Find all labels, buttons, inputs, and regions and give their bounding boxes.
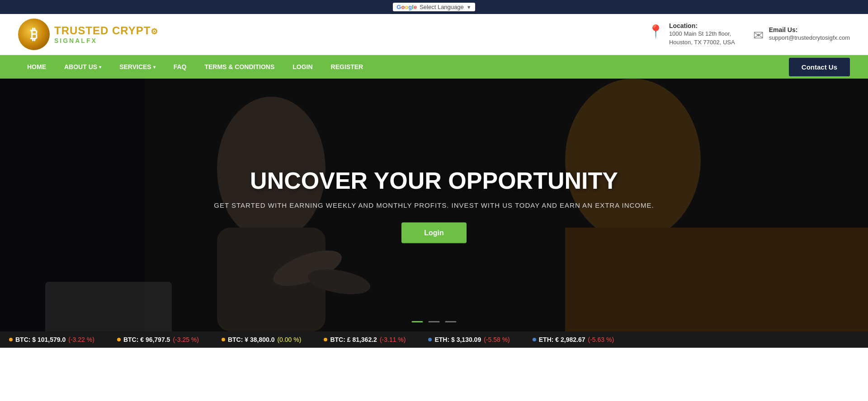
header-info: 📍 Location: 1000 Main St 12th floor, Hou…	[648, 22, 850, 47]
email-label: Email Us:	[769, 26, 850, 33]
chevron-down-icon: ▾	[153, 65, 156, 70]
ticker-eth-eur: ETH: € 2,982.67 (-5.63 %)	[533, 336, 614, 343]
chevron-down-icon: ▾	[99, 65, 101, 70]
ticker-bar: BTC: $ 101,579.0 (-3.22 %) BTC: € 96,797…	[0, 331, 868, 348]
ticker-btc-jpy: BTC: ¥ 38,800.0 (0.00 %)	[222, 336, 301, 343]
google-logo: Google	[396, 4, 417, 10]
nav-item-about[interactable]: ABOUT US ▾	[55, 55, 110, 79]
logo-area: ₿ TRUSTED CRYPT⚙ SIGNALFX	[18, 19, 158, 50]
location-text: Location: 1000 Main St 12th floor, Houst…	[669, 22, 735, 47]
hero-login-button[interactable]: Login	[401, 223, 467, 243]
hero-content: UNCOVER YOUR OPPORTUNITY GET STARTED WIT…	[87, 167, 781, 243]
ticker-btc-usd: BTC: $ 101,579.0 (-3.22 %)	[9, 336, 94, 343]
ticker-btc-eur: BTC: € 96,797.5 (-3.25 %)	[117, 336, 199, 343]
language-selector[interactable]: Google Select Language ▼	[393, 3, 475, 11]
hero-title: UNCOVER YOUR OPPORTUNITY	[87, 167, 781, 194]
logo-icon: ₿	[18, 19, 50, 50]
nav-item-services[interactable]: SERVICES ▾	[110, 55, 165, 79]
bitcoin-symbol: ₿	[30, 26, 38, 43]
logo-text: TRUSTED CRYPT⚙ SIGNALFX	[54, 24, 158, 44]
navbar: HOME ABOUT US ▾ SERVICES ▾ FAQ TERMS & C…	[0, 55, 868, 79]
carousel-dot-2[interactable]	[429, 321, 440, 322]
ticker-dot-eth-usd	[428, 338, 432, 341]
nav-item-terms[interactable]: TERMS & CONDITIONS	[195, 55, 283, 79]
carousel-dot-3[interactable]	[445, 321, 457, 322]
location-icon: 📍	[648, 24, 664, 39]
carousel-dot-1[interactable]	[412, 321, 423, 322]
ticker-dot-btc-jpy	[222, 338, 225, 341]
nav-item-register[interactable]: REGISTER	[322, 55, 373, 79]
header: ₿ TRUSTED CRYPT⚙ SIGNALFX 📍 Location: 10…	[0, 14, 868, 55]
email-address: support@trustedcrytosigfx.com	[769, 33, 850, 42]
logo-subtitle: SIGNALFX	[54, 37, 158, 44]
logo-title: TRUSTED CRYPT⚙	[54, 24, 158, 37]
hero-carousel-dots	[412, 321, 457, 322]
ticker-btc-gbp: BTC: £ 81,362.2 (-3.11 %)	[324, 336, 406, 343]
language-selector-label: Select Language	[420, 4, 464, 10]
location-line2: Houston, TX 77002, USA	[669, 38, 735, 47]
ticker-dot-eth-eur	[533, 338, 536, 341]
ticker-dot-btc-usd	[9, 338, 13, 341]
ticker-dot-btc-gbp	[324, 338, 327, 341]
hero-section: UNCOVER YOUR OPPORTUNITY GET STARTED WIT…	[0, 79, 868, 331]
contact-us-button[interactable]: Contact Us	[789, 58, 850, 76]
top-bar: Google Select Language ▼	[0, 0, 868, 14]
logo-trusted: TRUSTED CRYPT	[54, 24, 151, 37]
location-line1: 1000 Main St 12th floor,	[669, 29, 735, 38]
hero-subtitle: GET STARTED WITH EARNING WEEKLY AND MONT…	[87, 201, 781, 209]
ticker-dot-btc-eur	[117, 338, 121, 341]
location-info: 📍 Location: 1000 Main St 12th floor, Hou…	[648, 22, 735, 47]
email-info: ✉ Email Us: support@trustedcrytosigfx.co…	[753, 26, 850, 43]
nav-item-home[interactable]: HOME	[18, 55, 55, 79]
ticker-content: BTC: $ 101,579.0 (-3.22 %) BTC: € 96,797…	[0, 336, 623, 343]
ticker-eth-usd: ETH: $ 3,130.09 (-5.58 %)	[428, 336, 509, 343]
email-icon: ✉	[753, 28, 764, 43]
chevron-down-icon: ▼	[467, 5, 472, 10]
nav-item-faq[interactable]: FAQ	[165, 55, 196, 79]
nav-item-login[interactable]: LOGIN	[283, 55, 321, 79]
email-text: Email Us: support@trustedcrytosigfx.com	[769, 26, 850, 42]
logo-icon-char: ⚙	[151, 27, 158, 36]
location-label: Location:	[669, 22, 735, 29]
